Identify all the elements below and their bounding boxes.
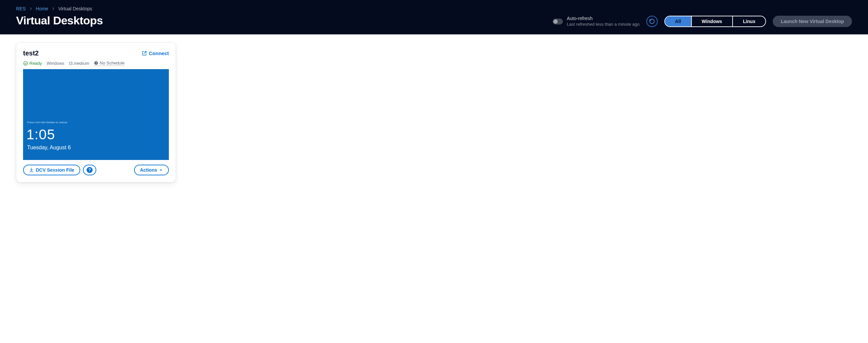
auto-refresh-status: Last refreshed less than a minute ago [567, 22, 640, 27]
breadcrumb-root[interactable]: RES [16, 6, 26, 11]
os-filter: All Windows Linux [664, 16, 766, 27]
card-actions: DCV Session File ? Actions [23, 165, 169, 175]
thumbnail-date: Tuesday, August 6 [27, 145, 71, 150]
os-label: Windows [47, 61, 65, 66]
download-dcv-button[interactable]: DCV Session File [23, 165, 80, 175]
filter-windows[interactable]: Windows [691, 16, 732, 26]
auto-refresh-text: Auto-refresh Last refreshed less than a … [567, 16, 640, 27]
filter-linux[interactable]: Linux [732, 16, 765, 26]
top-bar-left: RES Home Virtual Desktops Virtual Deskto… [16, 6, 103, 27]
actions-label: Actions [140, 167, 157, 173]
chevron-right-icon [52, 7, 55, 10]
caret-down-icon [159, 168, 163, 172]
actions-button[interactable]: Actions [134, 165, 169, 175]
clock-icon [94, 61, 98, 65]
instance-type: t3.medium [69, 61, 89, 66]
breadcrumb-home[interactable]: Home [36, 6, 48, 11]
status-text: Ready [29, 61, 42, 66]
chevron-right-icon [29, 7, 32, 10]
auto-refresh-block: Auto-refresh Last refreshed less than a … [553, 16, 640, 27]
connect-label: Connect [149, 50, 169, 56]
auto-refresh-toggle[interactable] [553, 19, 563, 24]
desktop-name: test2 [23, 49, 39, 57]
content-area: test2 Connect Ready Windows [0, 34, 868, 191]
desktop-thumbnail[interactable]: Press Ctrl+Alt+Delete to unlock 1:05 Tue… [23, 69, 169, 160]
breadcrumb: RES Home Virtual Desktops [16, 6, 103, 11]
auto-refresh-label: Auto-refresh [567, 16, 640, 22]
schedule-text: No Schedule [100, 61, 124, 65]
schedule-info[interactable]: No Schedule [94, 61, 124, 66]
external-link-icon [142, 51, 147, 56]
check-circle-icon [23, 61, 28, 66]
connect-button[interactable]: Connect [142, 50, 169, 56]
dcv-label: DCV Session File [36, 167, 74, 173]
refresh-button[interactable] [646, 16, 658, 27]
filter-all[interactable]: All [665, 16, 691, 26]
page-title: Virtual Desktops [16, 14, 103, 27]
help-button[interactable]: ? [83, 165, 96, 175]
download-icon [29, 168, 34, 172]
thumbnail-time: 1:05 [26, 127, 55, 143]
thumbnail-unlock-hint: Press Ctrl+Alt+Delete to unlock [27, 121, 67, 124]
question-icon: ? [87, 167, 93, 173]
refresh-icon [649, 19, 655, 24]
status-badge: Ready [23, 61, 42, 66]
card-header: test2 Connect [23, 49, 169, 57]
card-meta: Ready Windows t3.medium No Schedule [23, 61, 169, 66]
top-bar: RES Home Virtual Desktops Virtual Deskto… [0, 0, 868, 34]
desktop-card: test2 Connect Ready Windows [16, 42, 176, 182]
breadcrumb-current: Virtual Desktops [58, 6, 92, 11]
top-bar-right: Auto-refresh Last refreshed less than a … [553, 16, 852, 27]
launch-new-desktop-button[interactable]: Launch New Virtual Desktop [773, 16, 852, 27]
